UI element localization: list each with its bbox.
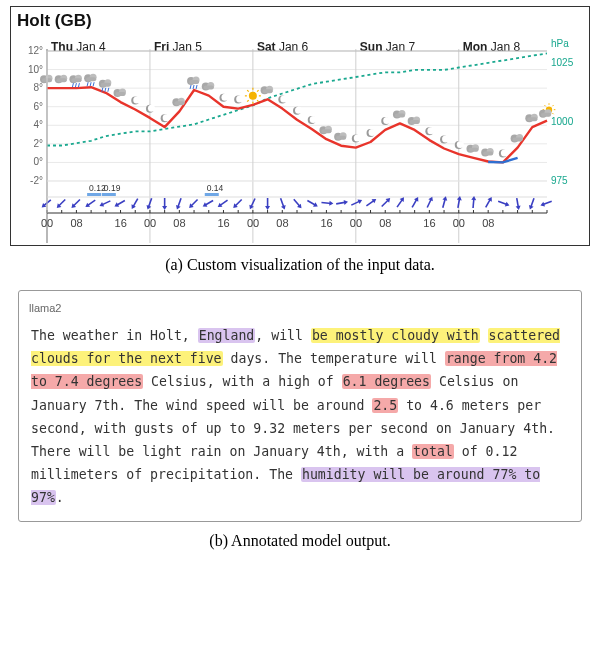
svg-text:Sun Jan 7: Sun Jan 7 (360, 40, 416, 54)
svg-text:1000: 1000 (551, 116, 574, 127)
night-icon (293, 107, 302, 115)
svg-text:08: 08 (482, 217, 494, 229)
cloud-icon (202, 82, 215, 91)
chart-title: Holt (GB) (17, 11, 583, 31)
svg-text:16: 16 (320, 217, 332, 229)
wind-arrow-icon (278, 197, 287, 210)
model-output-panel: llama2 The weather in Holt, England, wil… (18, 290, 582, 522)
wind-arrow-icon (425, 196, 435, 209)
cloud-icon (261, 86, 274, 95)
night-icon (352, 135, 361, 143)
svg-rect-51 (87, 193, 101, 196)
night-icon (278, 96, 287, 104)
wind-arrow-icon (130, 197, 140, 210)
wind-arrow-icon (216, 198, 229, 209)
svg-text:00: 00 (144, 217, 156, 229)
night-icon (308, 116, 317, 124)
wind-arrow-icon (84, 198, 97, 209)
svg-text:1025: 1025 (551, 57, 574, 68)
svg-text:0.19: 0.19 (104, 183, 121, 193)
night-icon (131, 97, 140, 105)
svg-rect-53 (102, 193, 116, 196)
svg-text:16: 16 (115, 217, 127, 229)
wind-arrow-icon (471, 196, 477, 208)
weather-chart-panel: Holt (GB) -2°0°2°4°6°8°10°12°Thu Jan 4Fr… (10, 6, 590, 246)
caption-b: (b) Annotated model output. (0, 532, 600, 550)
wind-arrow-icon (336, 199, 349, 206)
highlight-r: 6.1 degrees (342, 374, 431, 389)
svg-text:10°: 10° (28, 64, 43, 75)
svg-text:0.14: 0.14 (207, 183, 224, 193)
wind-arrow-icon (365, 197, 378, 208)
svg-text:4°: 4° (33, 119, 43, 130)
svg-text:2°: 2° (33, 138, 43, 149)
model-output-text: The weather in Holt, England, will be mo… (31, 324, 569, 509)
wind-arrow-icon (70, 198, 82, 210)
cloud-icon (525, 114, 538, 123)
wind-arrow-icon (175, 197, 184, 210)
cloud-icon (172, 98, 185, 107)
cloud-icon (393, 110, 406, 119)
svg-text:Sat Jan 6: Sat Jan 6 (257, 40, 309, 54)
svg-text:08: 08 (276, 217, 288, 229)
svg-text:16: 16 (217, 217, 229, 229)
wind-arrow-icon (201, 198, 214, 208)
rain-icon (69, 75, 82, 88)
wind-arrow-icon (395, 196, 406, 209)
night-icon (219, 94, 228, 102)
svg-text:12°: 12° (28, 45, 43, 56)
wind-arrow-icon (231, 198, 243, 210)
wind-arrow-icon (292, 198, 304, 210)
svg-text:08: 08 (379, 217, 391, 229)
svg-text:-2°: -2° (30, 175, 43, 186)
svg-text:00: 00 (247, 217, 259, 229)
svg-text:16: 16 (423, 217, 435, 229)
svg-text:6°: 6° (33, 101, 43, 112)
svg-text:8°: 8° (33, 82, 43, 93)
cloud-icon (481, 148, 494, 157)
svg-text:00: 00 (350, 217, 362, 229)
svg-text:0°: 0° (33, 156, 43, 167)
text-span: , will (255, 328, 311, 343)
svg-text:00: 00 (41, 217, 53, 229)
svg-text:08: 08 (70, 217, 82, 229)
wind-arrow-icon (380, 196, 392, 208)
text-span: . (56, 490, 64, 505)
wind-arrow-icon (187, 198, 199, 210)
highlight-y: be mostly cloudy with (311, 328, 480, 343)
svg-rect-55 (205, 193, 219, 196)
night-icon (146, 105, 155, 113)
wind-arrow-icon (410, 196, 420, 209)
highlight-p: England (198, 328, 256, 343)
cloud-icon (408, 116, 421, 125)
model-tag: llama2 (29, 299, 569, 318)
highlight-r: total (412, 444, 454, 459)
pressure-line (47, 53, 547, 145)
night-icon (234, 96, 243, 104)
wind-arrow-icon (265, 198, 270, 210)
text-span: The weather in Holt, (31, 328, 198, 343)
freeze-line (488, 158, 517, 163)
wind-arrow-icon (497, 199, 510, 208)
text-span: Celsius, with a high of (143, 374, 342, 389)
wind-arrow-icon (528, 197, 537, 210)
rain-icon (84, 74, 97, 87)
wind-arrow-icon (440, 196, 448, 209)
svg-text:Thu Jan 4: Thu Jan 4 (51, 40, 106, 54)
cloud-icon (334, 132, 347, 141)
cloud-icon (55, 75, 68, 84)
cloud-icon (511, 134, 524, 143)
wind-arrow-icon (484, 196, 494, 209)
rain-icon (187, 77, 200, 90)
night-icon (367, 129, 376, 137)
svg-text:hPa: hPa (551, 38, 569, 49)
text-span: days. The temperature will (223, 351, 445, 366)
night-icon (381, 117, 390, 125)
weather-chart: -2°0°2°4°6°8°10°12°Thu Jan 4Fri Jan 5Sat… (17, 33, 577, 243)
wind-arrow-icon (350, 198, 363, 208)
text-span (480, 328, 488, 343)
svg-text:08: 08 (173, 217, 185, 229)
cloud-icon (40, 75, 53, 84)
cloud-icon (114, 89, 127, 98)
wind-arrow-icon (306, 198, 319, 208)
